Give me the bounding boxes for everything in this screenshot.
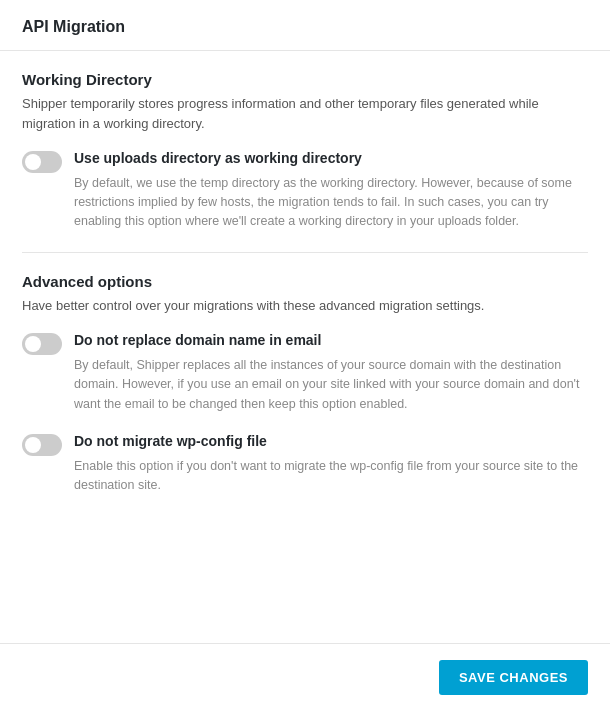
no-replace-domain-title: Do not replace domain name in email — [74, 331, 588, 351]
no-migrate-wpconfig-description: Enable this option if you don't want to … — [74, 457, 588, 496]
no-replace-domain-option: Do not replace domain name in email By d… — [22, 331, 588, 414]
no-migrate-wpconfig-title: Do not migrate wp-config file — [74, 432, 588, 452]
advanced-options-section: Advanced options Have better control ove… — [0, 253, 610, 516]
save-changes-button[interactable]: SAVE CHANGES — [439, 660, 588, 695]
footer-bar: SAVE CHANGES — [0, 643, 610, 711]
no-migrate-wpconfig-toggle-wrapper[interactable] — [22, 434, 62, 456]
no-replace-domain-description: By default, Shipper replaces all the ins… — [74, 356, 588, 414]
no-replace-domain-toggle[interactable] — [22, 333, 62, 355]
page-header: API Migration — [0, 0, 610, 51]
advanced-options-description: Have better control over your migrations… — [22, 296, 588, 316]
uploads-directory-slider — [22, 151, 62, 173]
no-migrate-wpconfig-content: Do not migrate wp-config file Enable thi… — [74, 432, 588, 495]
page-title: API Migration — [22, 18, 588, 36]
no-replace-domain-content: Do not replace domain name in email By d… — [74, 331, 588, 414]
no-migrate-wpconfig-slider — [22, 434, 62, 456]
no-replace-domain-toggle-wrapper[interactable] — [22, 333, 62, 355]
uploads-directory-option-title: Use uploads directory as working directo… — [74, 149, 588, 169]
uploads-directory-option: Use uploads directory as working directo… — [22, 149, 588, 232]
page-container: API Migration Working Directory Shipper … — [0, 0, 610, 711]
no-replace-domain-slider — [22, 333, 62, 355]
no-migrate-wpconfig-option: Do not migrate wp-config file Enable thi… — [22, 432, 588, 495]
uploads-directory-content: Use uploads directory as working directo… — [74, 149, 588, 232]
advanced-options-title: Advanced options — [22, 273, 588, 290]
no-migrate-wpconfig-toggle[interactable] — [22, 434, 62, 456]
uploads-directory-toggle-wrapper[interactable] — [22, 151, 62, 173]
uploads-directory-option-description: By default, we use the temp directory as… — [74, 174, 588, 232]
working-directory-description: Shipper temporarily stores progress info… — [22, 94, 588, 133]
uploads-directory-toggle[interactable] — [22, 151, 62, 173]
working-directory-title: Working Directory — [22, 71, 588, 88]
working-directory-section: Working Directory Shipper temporarily st… — [0, 51, 610, 252]
